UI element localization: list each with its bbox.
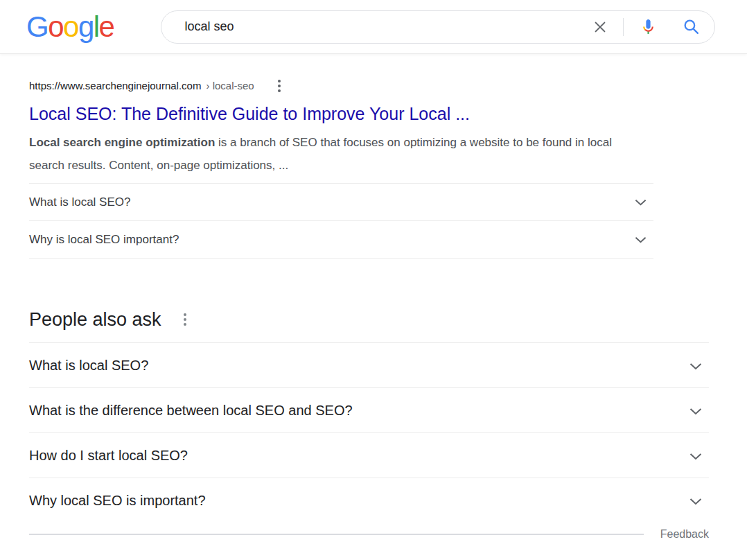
paa-question-how-do-i-start-local-seo[interactable]: How do I start local SEO? [29,433,709,478]
google-logo[interactable]: Google [26,12,114,42]
magnifier-icon [683,18,700,35]
result-more-options-icon[interactable] [276,78,282,94]
result-title-link[interactable]: Local SEO: The Definitive Guide to Impro… [29,103,470,125]
accordion-item-why-is-local-seo-important[interactable]: Why is local SEO important? [29,221,653,259]
chevron-down-icon [689,403,702,419]
voice-search-button[interactable] [639,18,657,36]
paa-question-why-local-seo-is-important[interactable]: Why local SEO is important? [29,478,709,523]
search-input[interactable]: local seo [184,19,591,34]
paa-question-label: What is local SEO? [29,358,148,374]
clear-search-button[interactable] [591,18,609,36]
search-result: https://www.searchenginejournal.com › lo… [29,78,747,259]
chevron-down-icon [635,233,647,247]
paa-question-difference-local-seo-and-seo[interactable]: What is the difference between local SEO… [29,388,709,433]
result-breadcrumb: › local-seo [206,79,254,93]
snippet-bold-text: Local search engine optimization [29,136,215,149]
paa-question-label: How do I start local SEO? [29,448,188,464]
feedback-link[interactable]: Feedback [660,528,709,541]
people-also-ask-title: People also ask [29,308,161,331]
google-mic-icon [640,18,657,35]
search-box[interactable]: local seo [161,10,715,44]
result-snippet: Local search engine optimization is a br… [29,131,642,177]
chevron-down-icon [635,195,647,209]
paa-question-what-is-local-seo[interactable]: What is local SEO? [29,343,709,388]
people-also-ask-list: What is local SEO? What is the differenc… [29,342,709,523]
results-area: https://www.searchenginejournal.com › lo… [0,78,747,541]
logo-letter: g [78,10,94,43]
paa-question-label: Why local SEO is important? [29,493,206,509]
chevron-down-icon [689,448,702,464]
accordion-question-label: What is local SEO? [29,195,130,209]
logo-letter: l [94,10,99,43]
logo-letter: G [26,10,48,43]
people-also-ask-section: People also ask What is local SEO? What … [29,308,747,541]
search-bar-divider [623,18,624,36]
search-header: Google local seo [0,0,747,54]
search-submit-button[interactable] [682,18,700,36]
logo-letter: o [63,10,78,43]
paa-more-options-icon[interactable] [182,312,188,327]
result-accordion: What is local SEO? Why is local SEO impo… [29,183,653,259]
logo-letter: e [99,10,114,43]
accordion-item-what-is-local-seo[interactable]: What is local SEO? [29,184,653,221]
feedback-divider [29,534,644,535]
result-url-row: https://www.searchenginejournal.com › lo… [29,78,747,94]
feedback-row: Feedback [29,528,709,541]
paa-question-label: What is the difference between local SEO… [29,403,353,419]
accordion-question-label: Why is local SEO important? [29,233,179,247]
result-url[interactable]: https://www.searchenginejournal.com [29,79,201,93]
chevron-down-icon [689,358,702,374]
close-x-icon [592,19,608,35]
chevron-down-icon [689,493,702,509]
people-also-ask-header: People also ask [29,308,747,331]
logo-letter: o [48,10,63,43]
